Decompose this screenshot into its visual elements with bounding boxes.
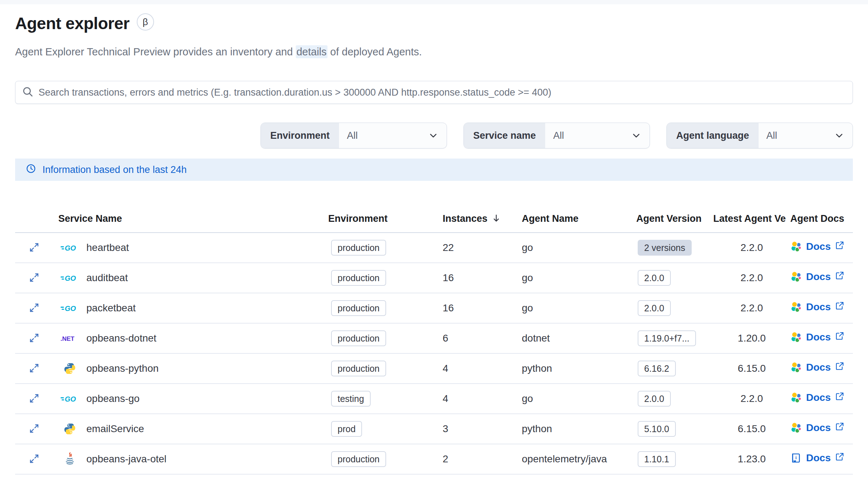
service-name-link[interactable]: auditbeat	[86, 272, 128, 284]
expand-cell	[15, 353, 58, 384]
service-name-cell: GO opbeans-go	[58, 384, 328, 414]
expand-cell	[15, 293, 58, 323]
service-name-link[interactable]: opbeans-dotnet	[86, 333, 157, 344]
go-icon: GO	[60, 394, 79, 404]
service-name-cell: GO heartbeat	[58, 233, 328, 263]
docs-link[interactable]: Docs	[790, 301, 844, 313]
agent-version-badge: 2.0.0	[638, 270, 671, 286]
instances-cell: 4	[443, 353, 522, 384]
beta-badge: β	[137, 13, 154, 31]
column-header-instances[interactable]: Instances	[443, 209, 522, 233]
instances-cell: 3	[443, 414, 522, 444]
expand-row-button[interactable]	[27, 392, 41, 406]
expand-row-button[interactable]	[27, 301, 41, 316]
environment-badge: production	[331, 270, 386, 286]
filter-service-name[interactable]: Service name All	[464, 123, 650, 148]
external-link-icon	[835, 361, 844, 373]
service-name-link[interactable]: opbeans-go	[86, 393, 140, 404]
table-header-row: Service Name Environment Instances Agent…	[15, 209, 853, 233]
expand-row-button[interactable]	[27, 361, 41, 376]
expand-row-button[interactable]	[27, 452, 41, 467]
page-title: Agent explorer	[15, 14, 130, 33]
agent-version-cell: 5.10.0	[636, 414, 713, 444]
expand-cell	[15, 414, 58, 444]
filter-bar: Environment All Service name All Agent l…	[15, 123, 853, 148]
environment-cell: production	[328, 263, 443, 293]
service-name-cell: opbeans-java-otel	[58, 444, 328, 474]
expand-icon	[29, 363, 40, 375]
docs-link[interactable]: Docs	[790, 331, 844, 343]
external-link-icon	[835, 301, 844, 313]
agent-explorer-page: Agent explorer β Agent Explorer Technica…	[0, 14, 868, 475]
docs-link[interactable]: Docs	[790, 422, 844, 434]
external-link-icon	[835, 331, 844, 343]
column-header-latest-agent-version[interactable]: Latest Agent Ve	[713, 209, 790, 233]
go-icon: GO	[60, 243, 79, 253]
filter-environment[interactable]: Environment All	[261, 123, 447, 148]
filter-agent-language[interactable]: Agent language All	[666, 123, 853, 148]
filter-label: Service name	[464, 123, 545, 148]
svg-text:GO: GO	[65, 244, 76, 252]
agent-docs-cell: Docs	[790, 293, 853, 323]
service-name-link[interactable]: heartbeat	[86, 242, 129, 253]
column-header-agent-name[interactable]: Agent Name	[522, 209, 636, 233]
agent-name-cell: go	[522, 384, 636, 414]
table-row: opbeans-java-otel production 2 opentelem…	[15, 444, 853, 474]
sort-desc-icon	[491, 213, 501, 223]
docs-link[interactable]: Docs	[790, 241, 844, 252]
expand-row-button[interactable]	[27, 422, 41, 436]
expand-icon	[29, 272, 40, 284]
agent-version-badge: 6.16.2	[638, 361, 676, 377]
service-name-link[interactable]: opbeans-python	[86, 363, 159, 374]
expand-row-button[interactable]	[27, 271, 41, 285]
service-name-link[interactable]: opbeans-java-otel	[86, 453, 167, 465]
agent-version-cell: 2.0.0	[636, 263, 713, 293]
latest-agent-version-cell: 2.2.0	[713, 233, 790, 263]
page-header: Agent explorer β	[15, 14, 853, 33]
latest-agent-version-cell: 1.23.0	[713, 444, 790, 474]
agent-version-badge: 1.10.1	[638, 451, 676, 467]
column-header-service-name[interactable]: Service Name	[58, 209, 328, 233]
subtitle-highlighted-word: details	[296, 45, 327, 58]
table-row: emailService prod 3 python 5.10.0 6.15.0…	[15, 414, 853, 444]
chevron-down-icon	[834, 130, 845, 141]
external-link-icon	[835, 422, 844, 434]
expand-icon	[29, 333, 40, 344]
expand-row-button[interactable]	[27, 331, 41, 346]
service-name-link[interactable]: emailService	[86, 423, 144, 435]
column-header-agent-version[interactable]: Agent Version	[636, 209, 713, 233]
time-range-banner: Information based on the last 24h	[15, 159, 853, 181]
expand-cell	[15, 323, 58, 353]
agent-name-cell: python	[522, 414, 636, 444]
agent-docs-cell: Docs	[790, 263, 853, 293]
expand-icon	[29, 423, 40, 435]
environment-cell: production	[328, 293, 443, 323]
service-name-link[interactable]: packetbeat	[86, 302, 136, 314]
instances-cell: 6	[443, 323, 522, 353]
agent-docs-cell: i Docs	[790, 444, 853, 474]
agent-version-badge[interactable]: 2 versions	[638, 240, 692, 256]
filter-selected-value: All	[339, 123, 447, 148]
expand-row-button[interactable]	[27, 241, 41, 255]
search-input[interactable]	[39, 87, 846, 98]
svg-text:.NET: .NET	[60, 335, 74, 342]
expand-cell	[15, 444, 58, 474]
expand-cell	[15, 384, 58, 414]
docs-link[interactable]: i Docs	[790, 452, 844, 464]
column-header-environment[interactable]: Environment	[328, 209, 443, 233]
column-header-expand	[15, 209, 58, 233]
agent-docs-cell: Docs	[790, 384, 853, 414]
search-bar[interactable]	[15, 81, 853, 104]
java-icon	[60, 452, 79, 466]
latest-agent-version-cell: 2.2.0	[713, 384, 790, 414]
agents-table: Service Name Environment Instances Agent…	[15, 209, 853, 475]
docs-link[interactable]: Docs	[790, 361, 844, 373]
svg-text:GO: GO	[65, 395, 76, 403]
agent-version-badge: 2.0.0	[638, 300, 671, 316]
agent-version-cell: 2 versions	[636, 233, 713, 263]
agent-docs-cell: Docs	[790, 414, 853, 444]
docs-link[interactable]: Docs	[790, 271, 844, 283]
environment-cell: production	[328, 353, 443, 384]
environment-badge: production	[331, 300, 386, 316]
docs-link[interactable]: Docs	[790, 392, 844, 403]
